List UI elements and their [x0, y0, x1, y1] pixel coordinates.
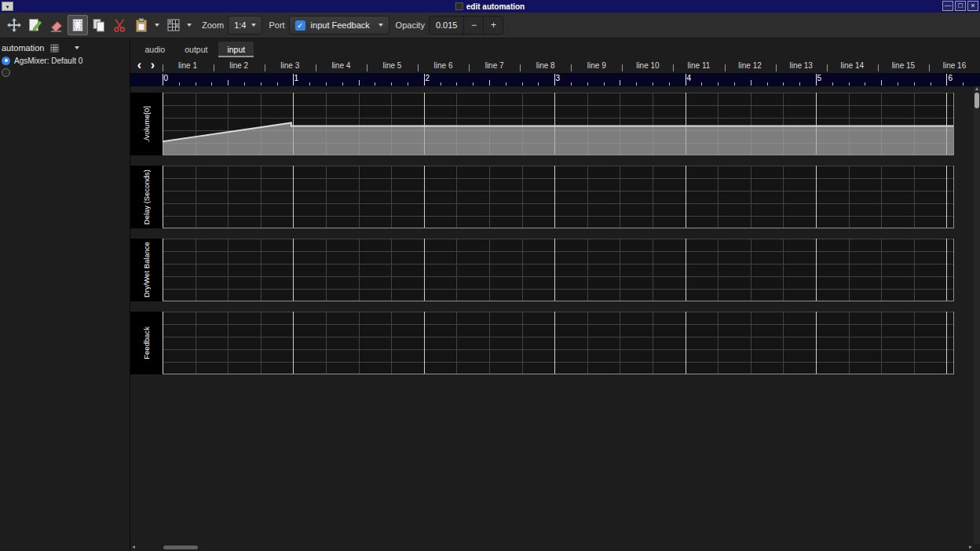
clear-button[interactable] [46, 15, 67, 35]
chevron-down-icon [187, 24, 192, 27]
check-icon: ✓ [297, 21, 303, 30]
lane-label-delay: Delay (Seconds) [130, 166, 163, 228]
maximize-icon: □ [958, 2, 962, 9]
paste-icon [133, 17, 149, 33]
automation-grid-volume[interactable] [163, 93, 954, 155]
window-menu-button[interactable]: ▾ [2, 2, 13, 11]
edit-automation-window: ▾ edit automation — □ × [0, 0, 980, 551]
machine-row[interactable]: AgsMixer: Default 0 [0, 55, 130, 66]
vertical-scrollbar[interactable] [974, 86, 980, 544]
port-combo[interactable]: ✓ input Feedback [289, 16, 389, 35]
ruler-number: 3 [556, 74, 561, 82]
line-header: line 3 [265, 57, 316, 73]
horizontal-scrollbar-thumb[interactable] [163, 546, 198, 549]
cut-button[interactable] [110, 15, 130, 35]
line-header: line 10 [622, 57, 673, 73]
minimize-button[interactable]: — [942, 1, 953, 11]
opacity-spinner: 0.015 − + [429, 16, 504, 35]
line-header: line 6 [418, 57, 469, 73]
scroll-left-button[interactable]: ‹ [134, 59, 145, 71]
chevron-down-icon [155, 24, 159, 27]
line-header: line 14 [827, 57, 878, 73]
automation-label: automation [2, 43, 44, 53]
zoom-combo[interactable]: 1:4 [228, 16, 262, 35]
titlebar: ▾ edit automation — □ × [0, 0, 980, 13]
port-label: Port [269, 20, 284, 30]
automation-lane: Delay (Seconds) [130, 166, 980, 228]
ruler-number: 0 [164, 74, 169, 82]
scope-tabbar: audio output input [130, 38, 980, 57]
machine-selector-arrow[interactable] [75, 46, 79, 49]
automation-editor: audio output input ‹ › line 1 line 2 lin… [130, 38, 980, 550]
line-header: line 12 [725, 57, 776, 73]
machine-row[interactable] [0, 67, 130, 78]
copy-button[interactable] [89, 15, 109, 35]
line-header: line 15 [878, 57, 929, 73]
machine-label: AgsMixer: Default 0 [14, 57, 82, 65]
line-header: line 16 [929, 57, 980, 73]
automation-grid-delay[interactable] [163, 166, 954, 228]
edit-pencil-icon [27, 17, 43, 33]
close-button[interactable]: × [967, 1, 978, 11]
automation-lane: Feedback [130, 312, 980, 374]
line-header: line 2 [214, 57, 265, 73]
automation-grid-feedback[interactable] [163, 312, 954, 374]
position-cursor-button[interactable] [4, 15, 24, 35]
machine-selector-icon[interactable] [49, 43, 60, 53]
tool-button[interactable] [163, 15, 184, 35]
edit-button[interactable] [25, 15, 46, 35]
ruler-number: 4 [687, 74, 692, 82]
ruler-number: 5 [817, 74, 822, 82]
tab-output[interactable]: output [176, 42, 216, 57]
line-header-row: ‹ › line 1 line 2 line 3 line 4 line 5 l… [130, 57, 980, 73]
paste-menu-arrow[interactable] [152, 15, 162, 35]
ruler-number: 2 [426, 74, 430, 82]
line-header: line 13 [776, 57, 827, 73]
automation-grid-drywet[interactable] [163, 239, 954, 301]
tool-menu-arrow[interactable] [185, 15, 194, 35]
copy-icon [91, 17, 107, 33]
body: automation AgsMixer: Default 0 audio out… [0, 38, 980, 550]
tab-audio[interactable]: audio [137, 42, 174, 57]
position-cursor-icon [6, 17, 22, 33]
opacity-label: Opacity [396, 20, 425, 30]
opacity-increment-button[interactable]: + [483, 16, 503, 34]
toolbar: Zoom 1:4 Port ✓ input Feedback Opacity 0… [0, 13, 980, 38]
close-icon: × [971, 2, 975, 9]
lane-label-drywet: Dry/Wet Balance [130, 239, 163, 301]
line-nav: ‹ › [130, 57, 163, 73]
ruler-major-ticks [163, 74, 975, 86]
ruler-number: 6 [949, 74, 953, 82]
scroll-left-icon [132, 546, 135, 549]
lane-label-feedback: Feedback [130, 312, 163, 374]
machine-radio-selected[interactable] [2, 57, 10, 65]
machine-radio-unselected[interactable] [2, 68, 10, 77]
opacity-decrement-button[interactable]: − [463, 16, 483, 34]
tab-input[interactable]: input [218, 42, 254, 57]
zoom-label: Zoom [202, 20, 224, 30]
line-header: line 5 [367, 57, 418, 73]
select-button[interactable] [68, 15, 88, 35]
minimize-icon: — [945, 2, 952, 9]
vertical-scrollbar-thumb[interactable] [975, 93, 979, 108]
horizontal-scrollbar[interactable] [130, 544, 980, 550]
automation-lane: ./volume[0] [130, 93, 980, 155]
chevron-down-icon [378, 24, 383, 27]
clear-eraser-icon [49, 17, 64, 33]
cut-scissors-icon [112, 17, 128, 33]
scroll-right-button[interactable]: › [148, 59, 159, 71]
ruler-number: 1 [294, 74, 299, 82]
port-checkbox[interactable]: ✓ [295, 20, 305, 31]
port-value: input Feedback [311, 20, 373, 30]
window-title: edit automation [466, 2, 525, 11]
window-controls: — □ × [942, 1, 978, 11]
line-header: line 1 [163, 57, 214, 73]
paste-button[interactable] [131, 15, 152, 35]
time-ruler: 0 1 2 3 4 5 6 [130, 73, 980, 86]
automation-curve [163, 93, 953, 155]
automation-header: automation [0, 42, 130, 54]
window-title-area: edit automation [455, 2, 525, 11]
maximize-button[interactable]: □ [955, 1, 966, 11]
opacity-value[interactable]: 0.015 [430, 16, 464, 34]
line-header: line 8 [520, 57, 571, 73]
